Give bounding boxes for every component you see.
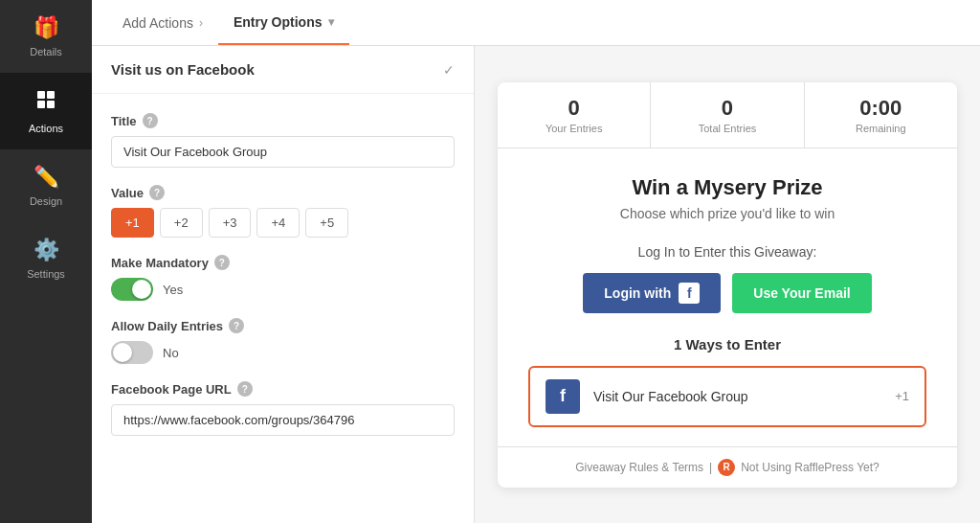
your-entries-label: Your Entries (505, 123, 642, 134)
svg-rect-1 (47, 91, 55, 99)
ways-title: 1 Ways to Enter (528, 336, 926, 352)
main-area: Add Actions › Entry Options ▾ Visit us o… (92, 0, 980, 523)
mandatory-toggle[interactable] (111, 278, 153, 301)
entry-text: Visit Our Facebook Group (593, 389, 881, 404)
login-facebook-text: Login with (604, 285, 671, 301)
mandatory-group: Make Mandatory ? Yes (111, 255, 455, 301)
mandatory-label-row: Make Mandatory ? (111, 255, 455, 270)
svg-rect-3 (47, 101, 55, 108)
mandatory-help-icon[interactable]: ? (214, 255, 230, 270)
your-entries-number: 0 (505, 96, 642, 121)
title-help-icon[interactable]: ? (143, 113, 158, 128)
top-nav: Add Actions › Entry Options ▾ (92, 0, 980, 46)
url-label: Facebook Page URL (111, 382, 232, 397)
rafflepress-logo: R (718, 459, 735, 476)
section-header[interactable]: Visit us on Facebook ✓ (92, 46, 474, 94)
section-chevron-icon: ✓ (443, 62, 455, 78)
url-help-icon[interactable]: ? (237, 381, 253, 397)
sidebar-actions-label: Actions (29, 123, 63, 134)
use-email-button[interactable]: Use Your Email (732, 273, 871, 313)
daily-toggle-label: No (163, 346, 179, 360)
total-entries-label: Total Entries (658, 123, 795, 134)
value-btn-4[interactable]: +4 (256, 208, 300, 238)
sidebar: 🎁 Details Actions ✏️ Design ⚙️ Settings (0, 0, 92, 523)
sidebar-details-label: Details (30, 46, 62, 57)
sidebar-item-design[interactable]: ✏️ Design (0, 149, 92, 222)
right-panel: 0 Your Entries 0 Total Entries 0:00 Rema… (475, 46, 980, 523)
login-facebook-button[interactable]: Login with f (583, 273, 721, 313)
sidebar-item-settings[interactable]: ⚙️ Settings (0, 222, 92, 295)
nav-add-actions[interactable]: Add Actions › (107, 0, 218, 45)
value-buttons: +1 +2 +3 +4 +5 (111, 208, 455, 238)
preview-footer: Giveaway Rules & Terms | R Not Using Raf… (498, 446, 957, 488)
daily-help-icon[interactable]: ? (229, 318, 244, 333)
sidebar-item-actions[interactable]: Actions (0, 73, 92, 149)
title-label: Title (111, 114, 137, 128)
url-label-row: Facebook Page URL ? (111, 381, 455, 397)
design-icon: ✏️ (33, 165, 59, 190)
preview-card: 0 Your Entries 0 Total Entries 0:00 Rema… (498, 82, 957, 488)
value-group: Value ? +1 +2 +3 +4 +5 (111, 185, 455, 238)
value-label-row: Value ? (111, 185, 455, 200)
stat-total-entries: 0 Total Entries (651, 82, 804, 148)
daily-label: Allow Daily Entries (111, 319, 223, 333)
gift-icon: 🎁 (33, 15, 59, 40)
sidebar-item-details[interactable]: 🎁 Details (0, 0, 92, 73)
sidebar-design-label: Design (30, 195, 62, 207)
svg-rect-2 (37, 101, 45, 108)
prize-subtitle: Choose which prize you'd like to win (528, 206, 926, 221)
title-label-row: Title ? (111, 113, 455, 128)
left-panel: Visit us on Facebook ✓ Title ? Value ? (92, 46, 475, 523)
nav-chevron-icon: › (199, 16, 203, 30)
daily-toggle-knob (113, 343, 132, 362)
add-actions-label: Add Actions (122, 15, 193, 31)
stat-remaining: 0:00 Remaining (805, 82, 957, 148)
url-input[interactable] (111, 404, 455, 436)
entry-facebook-icon: f (546, 379, 580, 414)
login-prompt: Log In to Enter this Giveaway: (528, 244, 926, 260)
login-buttons: Login with f Use Your Email (528, 273, 926, 313)
value-label: Value (111, 186, 144, 200)
nav-entry-options[interactable]: Entry Options ▾ (218, 0, 349, 45)
facebook-icon: f (679, 283, 700, 304)
section-title: Visit us on Facebook (111, 61, 255, 78)
entry-options-label: Entry Options (234, 14, 323, 30)
daily-toggle[interactable] (111, 341, 153, 364)
footer-divider: | (709, 461, 712, 474)
remaining-label: Remaining (813, 123, 949, 134)
remaining-number: 0:00 (813, 96, 949, 121)
total-entries-number: 0 (658, 96, 795, 121)
daily-toggle-row: No (111, 341, 455, 364)
entry-points: +1 (895, 389, 909, 403)
stat-your-entries: 0 Your Entries (498, 82, 651, 148)
value-btn-2[interactable]: +2 (160, 208, 203, 238)
mandatory-label: Make Mandatory (111, 256, 209, 270)
title-input[interactable] (111, 136, 455, 168)
use-email-text: Use Your Email (753, 285, 850, 301)
actions-icon (34, 88, 57, 117)
mandatory-toggle-knob (132, 280, 151, 299)
preview-content: Win a Mysery Prize Choose which prize yo… (498, 148, 957, 446)
daily-label-row: Allow Daily Entries ? (111, 318, 455, 333)
prize-title: Win a Mysery Prize (528, 175, 926, 200)
title-group: Title ? (111, 113, 455, 168)
value-help-icon[interactable]: ? (149, 185, 165, 200)
footer-brand: Not Using RafflePress Yet? (741, 461, 880, 474)
sidebar-settings-label: Settings (27, 268, 65, 280)
value-btn-5[interactable]: +5 (305, 208, 348, 238)
value-btn-3[interactable]: +3 (209, 208, 252, 238)
settings-icon: ⚙️ (33, 238, 59, 262)
form-area: Title ? Value ? +1 +2 +3 +4 (92, 94, 474, 472)
mandatory-toggle-label: Yes (163, 283, 183, 297)
nav-dropdown-icon: ▾ (328, 15, 334, 29)
content-area: Visit us on Facebook ✓ Title ? Value ? (92, 46, 980, 523)
entry-item[interactable]: f Visit Our Facebook Group +1 (528, 366, 926, 427)
url-group: Facebook Page URL ? (111, 381, 455, 436)
daily-group: Allow Daily Entries ? No (111, 318, 455, 364)
mandatory-toggle-row: Yes (111, 278, 455, 301)
svg-rect-0 (37, 91, 45, 99)
value-btn-1[interactable]: +1 (111, 208, 154, 238)
footer-text: Giveaway Rules & Terms (575, 461, 703, 474)
stats-bar: 0 Your Entries 0 Total Entries 0:00 Rema… (498, 82, 957, 148)
